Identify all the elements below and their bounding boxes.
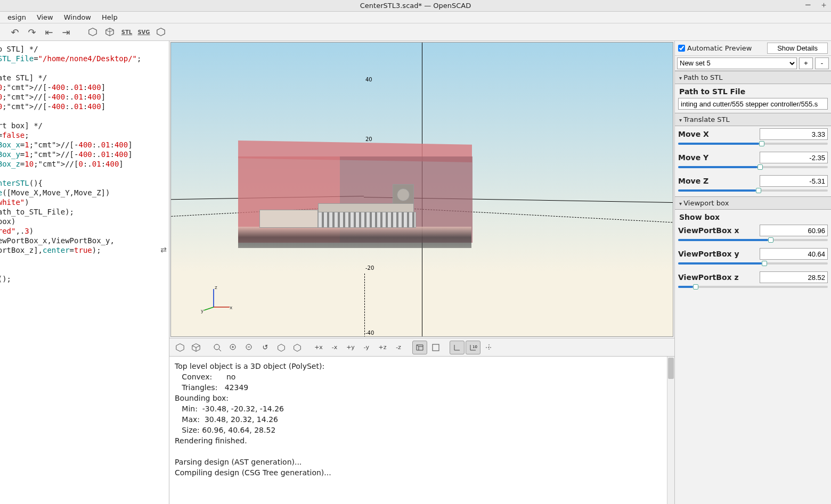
axis-tick: 20 [365,136,372,142]
window-titlebar: CenterSTL3.scad* — OpenSCAD − ＋ [0,0,831,12]
vt-ortho-icon[interactable] [428,341,443,354]
preset-remove-button[interactable]: - [815,57,829,69]
move-y-input[interactable] [760,152,828,163]
export-stl-icon[interactable]: STL [120,26,133,38]
axis-tick: 40 [365,77,372,82]
console[interactable]: Top level object is a 3D object (PolySet… [169,356,674,504]
move-z-slider[interactable] [678,187,828,194]
menu-help[interactable]: Help [96,12,123,22]
axis-tick: -20 [365,265,374,271]
customizer-panel: Automatic Preview Show Details New set 5… [674,41,831,504]
render-icon[interactable] [103,26,116,38]
menu-window[interactable]: Window [59,12,96,22]
preset-select[interactable]: New set 5 [677,57,797,69]
vt-x-minus-icon[interactable]: -x [327,341,342,354]
vt-x-plus-icon[interactable]: +x [311,341,326,354]
menu-design[interactable]: esign [2,12,31,22]
vpb-x-input[interactable] [760,225,828,236]
undo-icon[interactable]: ↶ [9,26,21,38]
vt-y-plus-icon[interactable]: +y [343,341,358,354]
svg-rect-10 [433,344,439,351]
menubar: esign View Window Help [0,12,831,23]
vpb-z-label: ViewPortBox z [678,273,760,282]
path-label: Path to STL File [675,84,831,97]
vt-view-left-icon[interactable] [274,341,289,354]
vt-zoom-out-icon[interactable] [242,341,257,354]
axis-tick: -40 [365,330,374,336]
auto-preview-checkbox[interactable]: Automatic Preview [678,44,752,52]
gizmo-x-label: x [230,305,233,310]
preview-icon[interactable] [86,26,99,38]
send-to-printer-icon[interactable] [154,26,167,38]
vt-render-icon[interactable] [189,341,203,354]
outdent-icon[interactable]: ⇤ [43,26,55,38]
svg-point-3 [214,344,219,350]
vpb-x-label: ViewPortBox x [678,226,760,235]
gizmo-z-label: z [215,285,217,290]
show-box-label: Show box [675,210,831,222]
move-z-input[interactable] [760,175,828,187]
move-y-label: Move Y [678,153,760,162]
vt-crosshair-icon[interactable] [482,341,496,354]
pane-splitter-icon[interactable]: ⇄ [160,245,167,254]
vpb-y-slider[interactable] [678,260,828,267]
vt-preview-icon[interactable] [173,341,188,354]
section-path-to-stl[interactable]: Path to STL [675,71,831,84]
show-details-button[interactable]: Show Details [767,43,828,54]
section-translate[interactable]: Translate STL [675,113,831,126]
console-scrollbar[interactable] [667,357,674,504]
move-x-slider[interactable] [678,140,828,147]
menu-view[interactable]: View [31,12,59,22]
svg-text:10: 10 [472,345,477,349]
vpb-x-slider[interactable] [678,236,828,244]
code-editor[interactable]: th to STL] */ _to_STL_File="/home/none4/… [0,41,169,284]
svg-line-2 [204,307,214,310]
minimize-icon[interactable]: − [804,1,811,9]
move-x-label: Move X [678,130,760,138]
vt-z-minus-icon[interactable]: -z [391,341,406,354]
move-x-input[interactable] [760,128,828,140]
move-y-slider[interactable] [678,163,828,171]
gizmo-y-label: y [201,308,204,313]
vt-y-minus-icon[interactable]: -y [359,341,374,354]
vt-view-right-icon[interactable] [290,341,305,354]
viewport-toolbar: ↺ +x -x +y -y +z -z 10 [169,338,674,356]
vt-show-scale-icon[interactable]: 10 [466,341,480,354]
maximize-icon[interactable]: ＋ [820,1,828,9]
section-viewport-box[interactable]: Viewport box [675,196,831,210]
vt-zoom-fit-icon[interactable] [210,341,225,354]
vpb-z-slider[interactable] [678,283,828,291]
export-svg-icon[interactable]: SVG [137,26,150,38]
vpb-y-input[interactable] [760,248,828,260]
vt-z-plus-icon[interactable]: +z [375,341,390,354]
vt-zoom-in-icon[interactable] [226,341,241,354]
preset-add-button[interactable]: + [799,57,813,69]
main-toolbar: ↶ ↷ ⇤ ⇥ STL SVG [0,23,831,41]
editor-pane[interactable]: th to STL] */ _to_STL_File="/home/none4/… [0,41,169,504]
viewport-3d[interactable]: 40 20 -20 -40 [170,42,673,337]
redo-icon[interactable]: ↷ [26,26,38,38]
svg-line-4 [219,349,221,351]
move-z-label: Move Z [678,177,760,185]
axis-gizmo: z x y [203,286,235,314]
vt-rotate-icon[interactable]: ↺ [258,341,273,354]
vpb-z-input[interactable] [760,271,828,283]
indent-icon[interactable]: ⇥ [60,26,72,38]
vt-show-axes-icon[interactable] [450,341,465,354]
vpb-y-label: ViewPortBox y [678,250,760,258]
center-pane: 40 20 -20 -40 [169,41,674,504]
window-title: CenterSTL3.scad* — OpenSCAD [360,2,471,10]
path-input[interactable] [678,98,828,110]
vt-perspective-icon[interactable] [412,341,427,354]
